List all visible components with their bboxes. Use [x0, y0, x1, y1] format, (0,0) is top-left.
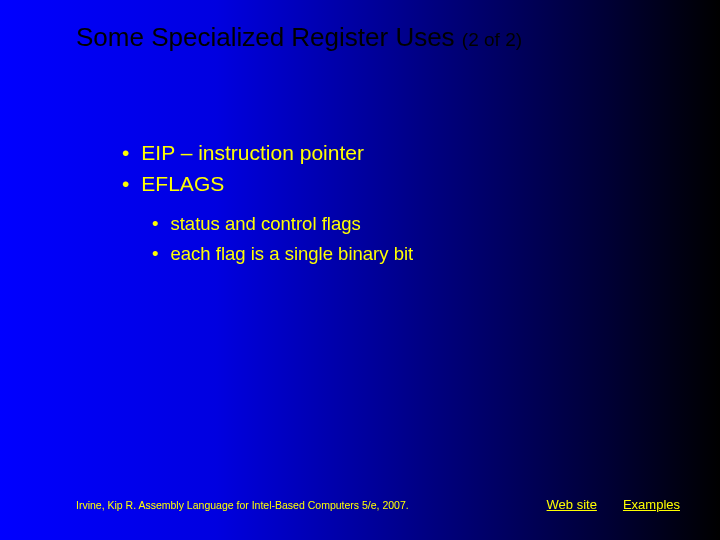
web-site-link[interactable]: Web site [547, 497, 597, 512]
bullet-level1: EIP – instruction pointer [112, 138, 413, 167]
slide-footer: Irvine, Kip R. Assembly Language for Int… [76, 497, 680, 512]
title-sub: (2 of 2) [462, 29, 522, 50]
bullet-level1: EFLAGS [112, 169, 413, 198]
examples-link[interactable]: Examples [623, 497, 680, 512]
footer-citation: Irvine, Kip R. Assembly Language for Int… [76, 499, 547, 511]
sub-bullets: status and control flags each flag is a … [112, 211, 413, 267]
slide-title: Some Specialized Register Uses (2 of 2) [76, 22, 522, 53]
slide-body: EIP – instruction pointer EFLAGS status … [112, 138, 413, 271]
title-main: Some Specialized Register Uses [76, 22, 462, 52]
bullet-text: each flag is a single binary bit [170, 243, 413, 264]
bullet-level2: each flag is a single binary bit [112, 241, 413, 267]
bullet-text: status and control flags [170, 213, 360, 234]
footer-links: Web site Examples [547, 497, 680, 512]
bullet-text: EFLAGS [141, 172, 224, 195]
bullet-text: EIP – instruction pointer [141, 141, 364, 164]
bullet-level2: status and control flags [112, 211, 413, 237]
